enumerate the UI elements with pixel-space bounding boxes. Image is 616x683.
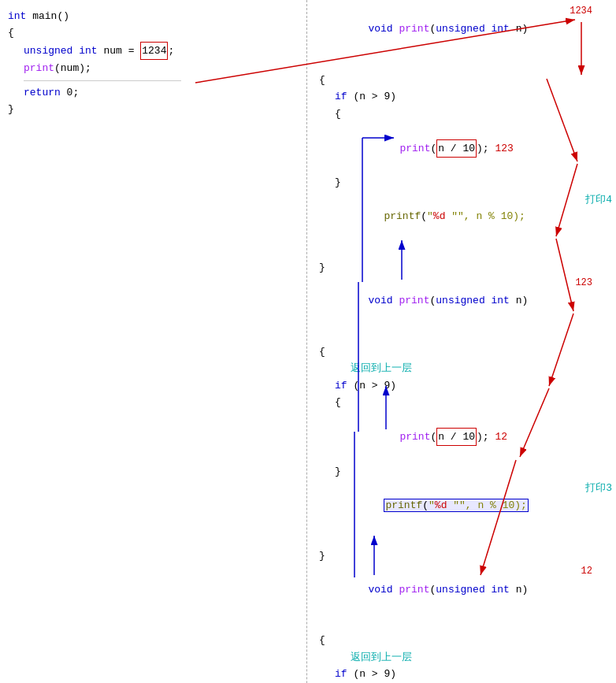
code-line: } bbox=[8, 101, 306, 117]
box-n-div-10-2: n / 10 bbox=[436, 428, 477, 446]
code-line: if (n > 9) bbox=[319, 88, 616, 105]
printf-box-2: printf("%d "", n % 10); bbox=[384, 499, 528, 512]
code-line: 返回到上一层 bbox=[319, 649, 616, 666]
value-1234-box: 1234 bbox=[140, 42, 168, 60]
code-line: } bbox=[319, 463, 616, 480]
code-line: { bbox=[319, 394, 616, 410]
left-panel: int main() { unsigned int num = 1234; pr… bbox=[0, 0, 307, 683]
code-line: print(n / 10); 12 bbox=[319, 411, 616, 463]
code-line: void print(unsigned int n) 1234 bbox=[319, 4, 616, 72]
code-line: { bbox=[319, 106, 616, 122]
code-line: print(num); bbox=[8, 60, 306, 76]
code-line: } bbox=[319, 174, 616, 191]
block-1: void print(unsigned int n) 1234 { if (n … bbox=[319, 4, 616, 276]
code-line: printf("%d "", n % 10); 打印4 bbox=[319, 191, 616, 259]
code-line: if (n > 9) bbox=[319, 666, 616, 682]
code-line: if (n > 9) bbox=[319, 377, 616, 394]
right-panel: void print(unsigned int n) 1234 { if (n … bbox=[307, 0, 616, 683]
code-line: int main() bbox=[8, 8, 306, 24]
code-line: } bbox=[319, 259, 616, 276]
code-line: { bbox=[319, 72, 616, 88]
code-line: 返回到上一层 bbox=[319, 360, 616, 377]
code-line: unsigned int num = 1234; bbox=[8, 42, 306, 60]
print-label-4: 打印4 bbox=[585, 191, 612, 208]
print-label-3: 打印3 bbox=[585, 480, 612, 496]
code-line: { bbox=[8, 24, 306, 41]
code-line: printf("%d "", n % 10); 打印3 bbox=[319, 480, 616, 548]
main-container: int main() { unsigned int num = 1234; pr… bbox=[0, 0, 616, 683]
code-line: void print(unsigned int n) 12 bbox=[319, 564, 616, 632]
code-line: { bbox=[319, 632, 616, 648]
code-line: print(n / 10); 123 bbox=[319, 122, 616, 174]
block-3: void print(unsigned int n) 12 { 返回到上一层 i… bbox=[319, 564, 616, 683]
block-2: void print(unsigned int n) 123 { 返回到上一层 … bbox=[319, 276, 616, 564]
code-line: { bbox=[319, 343, 616, 360]
code-line: void print(unsigned int n) 123 bbox=[319, 276, 616, 343]
code-line: } bbox=[319, 548, 616, 564]
box-n-div-10-1: n / 10 bbox=[436, 139, 477, 158]
code-line: return 0; bbox=[8, 84, 306, 101]
